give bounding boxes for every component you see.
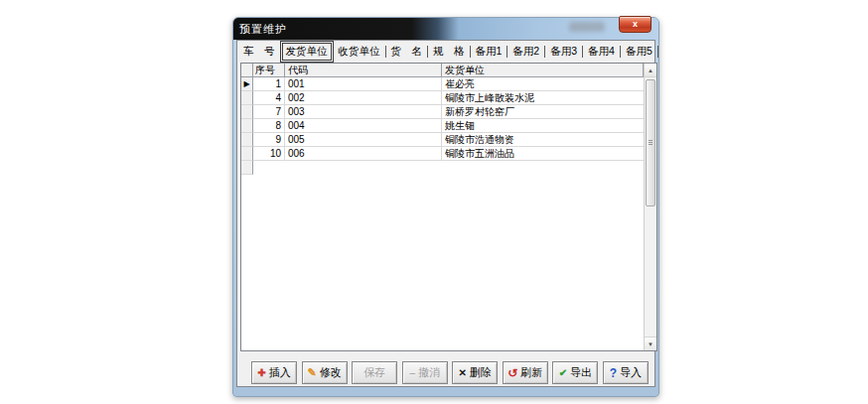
cell-code: 002 xyxy=(285,91,442,105)
button-label: 导出 xyxy=(570,365,592,380)
refresh-icon: ↺ xyxy=(507,367,517,379)
import-button[interactable]: ? 导入 xyxy=(603,361,649,384)
column-header-seq[interactable]: 序号 xyxy=(253,64,285,77)
grid-header-row: 序号 代码 发货单位 xyxy=(241,64,644,77)
desktop-background: 预置维护 x 车 号 发货单位 收货单位 货 名 规 格 备用1 备用2 备用3… xyxy=(0,0,868,404)
button-label: 刷新 xyxy=(520,365,542,380)
up-arrow-icon: ▲ xyxy=(648,67,653,73)
tab-spare-1[interactable]: 备用1 xyxy=(473,44,506,60)
table-row[interactable]: 9 005 铜陵市浩通物资 xyxy=(241,133,644,147)
toolbar: ✚ 插入 ✎ 修改 保存 – 撤消 ✕ 删除 xyxy=(251,361,649,384)
tab-receiving-unit[interactable]: 收货单位 xyxy=(336,44,383,60)
tab-separator xyxy=(544,46,545,58)
button-label: 修改 xyxy=(320,365,342,380)
tab-spec[interactable]: 规 格 xyxy=(430,44,468,60)
check-icon: ✔ xyxy=(559,368,567,378)
cell-unit: 铜陵市五洲油品 xyxy=(442,147,644,161)
preset-maintenance-window: 预置维护 x 车 号 发货单位 收货单位 货 名 规 格 备用1 备用2 备用3… xyxy=(232,17,659,397)
save-button[interactable]: 保存 xyxy=(352,361,397,384)
tab-goods-name[interactable]: 货 名 xyxy=(388,44,426,60)
table-row[interactable]: ▶ 1 001 崔必亮 xyxy=(241,77,644,91)
tab-separator xyxy=(470,46,471,58)
vertical-scrollbar[interactable]: ▲ ▼ xyxy=(644,64,656,350)
blurred-watermark xyxy=(569,22,605,32)
grid-rows: 序号 代码 发货单位 ▶ 1 001 崔必亮 4 002 铜陵市上 xyxy=(241,64,644,350)
x-icon: ✕ xyxy=(459,368,467,378)
tab-spare-5[interactable]: 备用5 xyxy=(623,44,655,60)
delete-button[interactable]: ✕ 删除 xyxy=(452,361,498,384)
row-selector-header xyxy=(241,64,253,77)
window-title: 预置维护 xyxy=(239,22,287,37)
tab-bar: 车 号 发货单位 收货单位 货 名 规 格 备用1 备用2 备用3 备用4 备用… xyxy=(240,43,660,61)
row-selector: ▶ xyxy=(241,77,253,91)
tab-separator xyxy=(506,46,507,58)
cell-seq: 9 xyxy=(253,133,285,147)
dialog-body: 车 号 发货单位 收货单位 货 名 规 格 备用1 备用2 备用3 备用4 备用… xyxy=(236,40,655,387)
minus-icon: – xyxy=(409,368,415,378)
button-label: 导入 xyxy=(620,365,642,380)
data-grid: 序号 代码 发货单位 ▶ 1 001 崔必亮 4 002 铜陵市上 xyxy=(240,63,657,351)
button-label: 插入 xyxy=(269,365,291,380)
cell-seq: 1 xyxy=(253,77,285,91)
tab-separator xyxy=(427,46,428,58)
cell-unit: 铜陵市上峰散装水泥 xyxy=(442,91,644,105)
tab-separator xyxy=(385,46,386,58)
cell-unit: 铜陵市浩通物资 xyxy=(442,133,644,147)
cell-seq: 8 xyxy=(253,119,285,133)
column-header-code[interactable]: 代码 xyxy=(285,64,442,77)
down-arrow-icon: ▼ xyxy=(648,341,653,347)
tab-spare-2[interactable]: 备用2 xyxy=(509,44,542,60)
modify-button[interactable]: ✎ 修改 xyxy=(302,361,348,384)
undo-button[interactable]: – 撤消 xyxy=(402,361,448,384)
insert-button[interactable]: ✚ 插入 xyxy=(251,361,297,384)
question-icon: ? xyxy=(610,367,617,379)
cell-code: 003 xyxy=(285,105,442,119)
table-row[interactable]: 10 006 铜陵市五洲油品 xyxy=(241,147,644,161)
table-row[interactable]: 8 004 姚生钿 xyxy=(241,119,644,133)
tab-shipping-unit[interactable]: 发货单位 xyxy=(282,43,332,61)
row-selector xyxy=(241,119,253,133)
row-selector xyxy=(241,133,253,147)
table-row[interactable]: 4 002 铜陵市上峰散装水泥 xyxy=(241,91,644,105)
button-label: 撤消 xyxy=(418,365,440,380)
row-selector xyxy=(241,161,253,175)
empty-row xyxy=(241,161,644,175)
refresh-button[interactable]: ↺ 刷新 xyxy=(503,361,548,384)
export-button[interactable]: ✔ 导出 xyxy=(552,361,598,384)
thumb-grip-icon xyxy=(649,140,652,146)
tab-spare-3[interactable]: 备用3 xyxy=(547,44,580,60)
pencil-icon: ✎ xyxy=(307,367,316,378)
titlebar[interactable]: 预置维护 x xyxy=(233,18,658,40)
cell-unit: 新桥罗村轮窑厂 xyxy=(442,105,644,119)
close-button[interactable]: x xyxy=(619,16,651,33)
close-icon: x xyxy=(633,19,638,29)
tab-separator xyxy=(582,46,583,58)
button-label: 保存 xyxy=(363,365,385,380)
tab-spare-4[interactable]: 备用4 xyxy=(585,44,618,60)
cell-unit: 崔必亮 xyxy=(442,77,644,91)
cell-seq: 4 xyxy=(253,91,285,105)
button-label: 删除 xyxy=(470,365,492,380)
cell-code: 006 xyxy=(285,147,442,161)
cell-code: 001 xyxy=(285,77,442,91)
tab-separator xyxy=(620,46,621,58)
cell-seq: 7 xyxy=(253,105,285,119)
scroll-up-button[interactable]: ▲ xyxy=(645,64,656,77)
cell-code: 005 xyxy=(285,133,442,147)
column-header-unit[interactable]: 发货单位 xyxy=(442,64,644,77)
tab-car-number[interactable]: 车 号 xyxy=(240,44,278,60)
table-row[interactable]: 7 003 新桥罗村轮窑厂 xyxy=(241,105,644,119)
row-selector xyxy=(241,91,253,105)
tab-separator xyxy=(657,46,658,58)
row-selector xyxy=(241,147,253,161)
cell-unit: 姚生钿 xyxy=(442,119,644,133)
cell-seq: 10 xyxy=(253,147,285,161)
scrollbar-thumb[interactable] xyxy=(646,79,655,206)
row-selector xyxy=(241,105,253,119)
current-row-indicator: ▶ xyxy=(241,77,252,90)
scroll-down-button[interactable]: ▼ xyxy=(645,337,656,350)
plus-cross-icon: ✚ xyxy=(257,368,265,378)
cell-code: 004 xyxy=(285,119,442,133)
